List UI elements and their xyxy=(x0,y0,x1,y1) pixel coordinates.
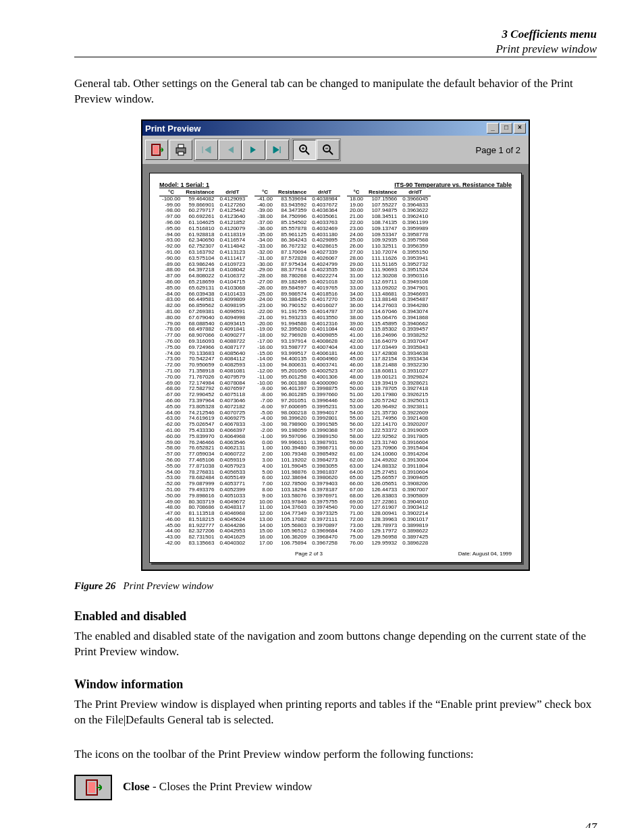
window-titlebar: Print Preview _ □ × xyxy=(142,121,529,136)
heading-window-info: Window information xyxy=(74,678,597,692)
heading-enabled: Enabled and disabled xyxy=(74,609,597,624)
chapter-title: 3 Coefficients menu xyxy=(74,27,597,42)
close-label: Close xyxy=(123,780,150,793)
figure-number: Figure 26 xyxy=(74,580,115,591)
printer-icon xyxy=(174,144,188,156)
first-page-button xyxy=(195,140,218,160)
last-page-button[interactable] xyxy=(266,140,289,160)
next-page-icon xyxy=(249,145,259,155)
sheet-page-num: Page 2 of 3 xyxy=(295,551,323,557)
paragraph-window-1: The Print Preview window is displayed wh… xyxy=(74,697,597,728)
paragraph-enabled: The enabled and disabled state of the na… xyxy=(74,629,597,660)
minimize-button[interactable]: _ xyxy=(487,123,499,134)
page-indicator: Page 1 of 2 xyxy=(476,145,527,155)
data-table: °CResistancedr/dT18.00107.155660.3966045… xyxy=(347,190,431,547)
print-button[interactable] xyxy=(169,140,192,160)
toolbar: Page 1 of 2 xyxy=(142,136,529,165)
first-page-icon xyxy=(201,145,212,155)
maximize-button[interactable]: □ xyxy=(500,123,512,134)
section-title: Print preview window xyxy=(74,42,597,57)
close-button[interactable]: × xyxy=(514,123,526,134)
data-table: °CResistancedr/dT-100.0059.4640820.41290… xyxy=(159,190,248,547)
door-close-icon xyxy=(84,779,102,796)
zoom-out-icon xyxy=(322,144,334,156)
sheet-header-right: ITS-90 Temperature vs. Resistance Table xyxy=(394,182,512,188)
table-row: 17.00106.758940.3967258 xyxy=(254,541,340,547)
table-row: -42.0083.1356630.4040302 xyxy=(159,541,248,547)
last-page-icon xyxy=(272,145,283,155)
sheet-header-left: Model: 1 Serial: 1 xyxy=(159,182,209,188)
sheet-date: Date: August 04, 1999 xyxy=(458,551,512,557)
svg-line-10 xyxy=(329,151,333,155)
zoom-in-icon xyxy=(298,144,311,156)
preview-sheet: Model: 1 Serial: 1 ITS-90 Temperature vs… xyxy=(149,173,522,563)
prev-page-button xyxy=(219,140,242,160)
table-row: 76.00129.959320.3896228 xyxy=(347,541,431,547)
door-close-icon xyxy=(150,143,163,157)
svg-rect-3 xyxy=(178,144,184,148)
prev-page-icon xyxy=(225,145,235,155)
zoom-out-button[interactable] xyxy=(317,140,340,160)
svg-line-6 xyxy=(306,151,309,155)
zoom-in-button[interactable] xyxy=(293,140,316,160)
svg-rect-1 xyxy=(153,146,159,154)
page-number: 47 xyxy=(74,821,597,828)
figure-caption: Print Preview window xyxy=(124,580,214,591)
svg-rect-13 xyxy=(88,782,95,793)
svg-rect-4 xyxy=(178,152,184,155)
intro-paragraph: General tab. Other settings on the Gener… xyxy=(74,76,597,107)
data-table: °CResistancedr/dT-41.0083.5396940.403898… xyxy=(254,190,340,547)
next-page-button[interactable] xyxy=(242,140,265,160)
close-preview-button[interactable] xyxy=(145,140,168,160)
print-preview-window: Print Preview _ □ × xyxy=(141,119,530,571)
paragraph-window-2: The icons on the toolbar of the Print Pr… xyxy=(74,747,597,763)
window-title: Print Preview xyxy=(145,123,200,134)
close-description: - Closes the Print Preview window xyxy=(150,780,313,793)
close-icon-sample xyxy=(74,775,112,800)
